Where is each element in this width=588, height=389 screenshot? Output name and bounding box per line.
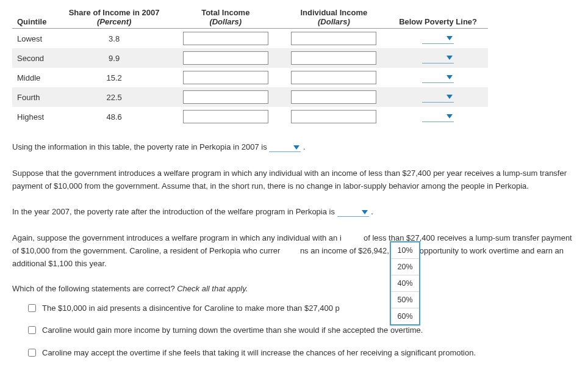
check-option-1[interactable] xyxy=(28,304,36,312)
check-option-2[interactable] xyxy=(28,326,36,334)
th-share: Share of Income in 2007(Percent) xyxy=(57,6,171,29)
total-income-input[interactable] xyxy=(183,32,268,45)
chevron-down-icon xyxy=(446,56,453,60)
total-income-input[interactable] xyxy=(183,110,268,123)
dropdown-menu[interactable]: 10% 20% 40% 50% 60% xyxy=(390,241,420,325)
th-total: Total Income(Dollars) xyxy=(171,6,280,29)
total-income-input[interactable] xyxy=(183,71,268,84)
row-name: Middle xyxy=(12,68,57,87)
individual-income-input[interactable] xyxy=(291,32,376,45)
chevron-down-icon xyxy=(446,95,453,99)
poverty-select[interactable] xyxy=(422,72,454,83)
table-row: Highest 48.6 xyxy=(12,107,488,126)
poverty-select[interactable] xyxy=(422,53,454,64)
individual-income-input[interactable] xyxy=(291,90,376,104)
row-name: Highest xyxy=(12,107,57,126)
income-table: Quintile Share of Income in 2007(Percent… xyxy=(12,6,488,126)
chevron-down-icon xyxy=(446,36,453,40)
total-income-input[interactable] xyxy=(183,90,268,104)
row-name: Second xyxy=(12,48,57,68)
chevron-down-icon xyxy=(446,75,453,79)
th-individual: Individual Income(Dollars) xyxy=(280,6,389,29)
check-label: The $10,000 in aid presents a disincenti… xyxy=(42,303,340,314)
paragraph-welfare: Suppose that the government introduces a… xyxy=(12,167,576,193)
table-row: Lowest 3.8 xyxy=(12,29,488,49)
table-row: Second 9.9 xyxy=(12,48,488,68)
chevron-down-icon xyxy=(362,210,368,214)
check-option-3[interactable] xyxy=(28,349,36,357)
row-share: 22.5 xyxy=(57,87,171,107)
check-label: Caroline would gain more income by turni… xyxy=(42,325,423,336)
question-1: Using the information in this table, the… xyxy=(12,141,576,154)
th-poverty: Below Poverty Line? xyxy=(388,6,488,29)
q1-select[interactable] xyxy=(269,141,301,152)
th-quintile: Quintile xyxy=(12,6,57,29)
individual-income-input[interactable] xyxy=(291,51,376,65)
dropdown-option[interactable]: 20% xyxy=(391,259,419,275)
row-share: 9.9 xyxy=(57,48,171,68)
check-label: Caroline may accept the overtime if she … xyxy=(42,347,476,359)
dropdown-option[interactable]: 40% xyxy=(391,275,419,292)
poverty-select[interactable] xyxy=(422,33,454,44)
check-question: Which of the following statements are co… xyxy=(12,284,576,293)
check-list: The $10,000 in aid presents a disincenti… xyxy=(28,303,576,360)
dropdown-option[interactable]: 10% xyxy=(391,242,419,259)
row-name: Lowest xyxy=(12,29,57,49)
row-name: Fourth xyxy=(12,87,57,107)
row-share: 3.8 xyxy=(57,29,171,49)
table-row: Middle 15.2 xyxy=(12,68,488,87)
dropdown-option[interactable]: 60% xyxy=(391,308,419,324)
dropdown-option[interactable]: 50% xyxy=(391,292,419,308)
chevron-down-icon xyxy=(446,114,453,118)
q2-select[interactable] xyxy=(337,206,369,217)
poverty-select[interactable] xyxy=(422,111,454,122)
individual-income-input[interactable] xyxy=(291,71,376,84)
total-income-input[interactable] xyxy=(183,51,268,65)
row-share: 15.2 xyxy=(57,68,171,87)
paragraph-caroline: Again, suppose the government introduces… xyxy=(12,232,576,270)
table-row: Fourth 22.5 xyxy=(12,87,488,107)
chevron-down-icon xyxy=(293,145,299,150)
question-2: In the year 2007, the poverty rate after… xyxy=(12,206,576,219)
row-share: 48.6 xyxy=(57,107,171,126)
individual-income-input[interactable] xyxy=(291,110,376,123)
poverty-select[interactable] xyxy=(422,92,454,103)
